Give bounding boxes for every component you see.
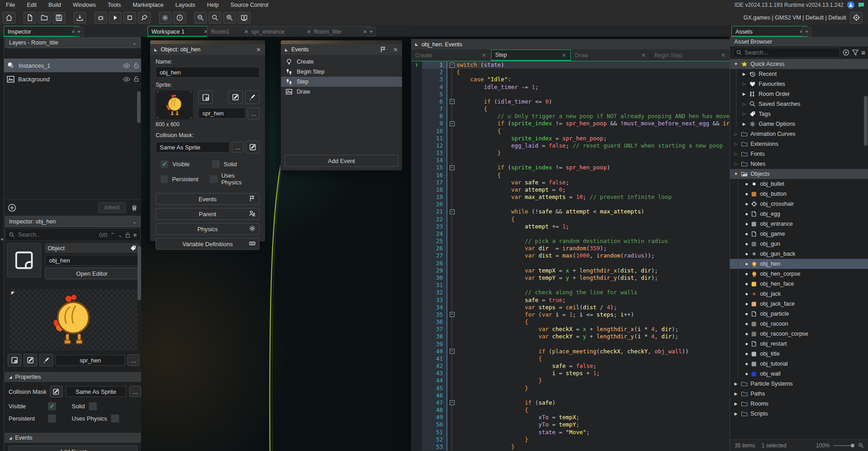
target-manager-icon[interactable]	[850, 12, 863, 24]
properties-section-header[interactable]: ◢ Properties	[5, 372, 142, 382]
asset-folder-extensions[interactable]: ▷Extensions	[730, 139, 868, 149]
code-line-52[interactable]: 52 }	[411, 436, 730, 443]
collapsed-arrow-icon[interactable]: ▷	[734, 132, 738, 136]
code-line-5[interactable]: 5	[411, 91, 730, 98]
collision-mask-ellipsis[interactable]: …	[129, 386, 141, 397]
close-icon[interactable]: ✕	[481, 52, 486, 59]
asset-item-obj_gun_back[interactable]: obj_gun_back	[730, 249, 868, 259]
object-window-checkbox-solid[interactable]	[211, 160, 220, 169]
windows-grid-icon[interactable]	[238, 12, 250, 24]
code-line-11[interactable]: 11 sprite_index = spr_hen_poop;	[411, 135, 730, 142]
unlock-icon[interactable]	[134, 76, 139, 82]
code-line-22[interactable]: 22 {	[411, 216, 730, 223]
inspector-checkbox-solid[interactable]	[88, 402, 97, 411]
collision-mask-dropdown[interactable]: Same As Sprite	[156, 142, 230, 153]
zoom-slider[interactable]	[834, 445, 854, 446]
add-layer-button[interactable]	[8, 203, 16, 212]
layer-row-background[interactable]: Background	[4, 72, 142, 86]
asset-folder-particle-systems[interactable]: ▶Particle Systems	[730, 379, 868, 389]
code-line-15[interactable]: 15− if (sprite_index != spr_hen_poop)	[411, 164, 730, 171]
save-icon[interactable]	[53, 12, 65, 24]
code-window-header[interactable]: ◣ obj_hen: Events	[411, 39, 730, 50]
tab-room1[interactable]: Room1✕	[207, 26, 253, 37]
asset-item-tags[interactable]: ▷Tags	[730, 109, 868, 119]
visibility-eye-icon[interactable]	[123, 77, 130, 82]
unlock-icon[interactable]	[134, 62, 139, 69]
sprite-thumbnail[interactable]: ⌜⌝ ⌞⌟	[156, 90, 193, 119]
open-folder-icon[interactable]	[38, 12, 51, 24]
asset-item-obj_tutorial[interactable]: obj_tutorial	[730, 359, 868, 369]
collision-mask-ellipsis[interactable]: …	[232, 142, 244, 153]
delete-layer-trash-icon[interactable]	[131, 204, 138, 212]
code-line-29[interactable]: 29 var tempX = x + lengthdir_x(dist, dir…	[411, 267, 730, 274]
code-line-41[interactable]: 41 {	[411, 355, 730, 362]
code-line-32[interactable]: 32 // check along the line for walls	[411, 289, 730, 296]
code-tab-begin-step[interactable]: Begin Step✕	[651, 50, 731, 61]
feedback-chat-icon[interactable]	[858, 2, 864, 8]
code-line-51[interactable]: 51 state = "Move";	[411, 429, 730, 436]
flag-icon[interactable]	[380, 46, 386, 53]
code-tab-create[interactable]: Create✕	[411, 50, 491, 61]
code-line-19[interactable]: 19 var max_attempts = 10; // prevent inf…	[411, 193, 730, 201]
code-line-40[interactable]: 40− if (place_meeting(checkX, checkY, ob…	[411, 348, 730, 355]
code-fold-icon[interactable]: −	[450, 312, 455, 317]
asset-item-recent[interactable]: ▶Recent	[730, 69, 868, 79]
code-line-31[interactable]: 31	[411, 282, 730, 289]
clean-broom-icon[interactable]	[138, 12, 151, 24]
edit-image-brush-icon[interactable]	[39, 354, 53, 367]
code-line-17[interactable]: 17 var safe = false;	[411, 179, 730, 186]
object-window-checkbox-uses-physics[interactable]	[209, 175, 217, 183]
gml-code-editor[interactable]: ❯1−switch (state)2{3 case "Idle":4 idle_…	[411, 61, 730, 451]
tab-spr_entrance[interactable]: spr_entrance✕	[247, 26, 315, 37]
menu-windows[interactable]: Windows	[67, 2, 102, 8]
asset-item-obj_bullet[interactable]: obj_bullet	[730, 179, 868, 189]
zoom-in-search-icon[interactable]	[858, 442, 864, 448]
code-line-13[interactable]: 13 }	[411, 149, 730, 157]
code-fold-icon[interactable]: −	[450, 63, 455, 68]
zoom-actual-icon[interactable]	[209, 12, 221, 24]
code-fold-icon[interactable]: −	[450, 165, 455, 170]
gear-icon[interactable]	[159, 12, 172, 24]
collapsed-arrow-icon[interactable]: ▶	[734, 411, 738, 416]
asset-folder-paths[interactable]: ▶Paths	[730, 389, 868, 399]
window-drag-handle[interactable]	[281, 40, 402, 44]
collapsed-arrow-icon[interactable]: ▷	[734, 152, 738, 156]
asset-item-obj_racoon_corpse[interactable]: obj_racoon_corpse	[730, 329, 868, 339]
code-line-28[interactable]: 28	[411, 260, 730, 267]
code-line-3[interactable]: 3 case "Idle":	[411, 76, 730, 83]
close-icon[interactable]: ✕	[256, 46, 261, 53]
code-tab-step[interactable]: Step✕	[491, 50, 571, 61]
tab-room_title[interactable]: Room_title✕	[310, 26, 372, 37]
menu-icon[interactable]: ≡	[861, 49, 865, 56]
code-line-46[interactable]: 46	[411, 392, 730, 399]
lock-icon[interactable]	[125, 232, 130, 238]
collapsed-arrow-icon[interactable]: ▶	[742, 72, 746, 76]
sprite-name-field[interactable]: spr_hen	[198, 108, 245, 119]
collapsed-arrow-icon[interactable]: ▷	[742, 102, 746, 106]
inspector-scrollbar[interactable]	[137, 246, 141, 300]
asset-item-obj_hen_face[interactable]: obj_hen_face	[730, 279, 868, 289]
code-tab-draw[interactable]: Draw✕	[571, 50, 651, 61]
code-line-39[interactable]: 39	[411, 341, 730, 348]
menu-layouts[interactable]: Layouts	[170, 2, 201, 8]
asset-item-obj_game[interactable]: obj_game	[730, 229, 868, 239]
expanded-arrow-icon[interactable]: ▼	[734, 172, 738, 176]
sprite-name-field[interactable]: spr_hen	[55, 355, 125, 366]
code-fold-icon[interactable]: −	[450, 121, 455, 126]
tab-assets[interactable]: Assets✕	[731, 26, 808, 37]
asset-folder-animation-curves[interactable]: ▷Animation Curves	[730, 129, 868, 139]
add-tab-button[interactable]: +	[366, 27, 376, 36]
inspector-checkbox-uses-physics[interactable]	[111, 414, 119, 423]
event-item-begin-step[interactable]: Begin Step	[281, 67, 402, 77]
event-item-create[interactable]: Create	[281, 57, 402, 67]
code-line-45[interactable]: 45 }	[411, 385, 730, 392]
edit-sprite-pencil-icon[interactable]	[228, 90, 243, 104]
collapsed-arrow-icon[interactable]: ▶	[734, 401, 738, 406]
visibility-eye-icon[interactable]	[123, 63, 130, 68]
zoom-in-icon[interactable]	[223, 12, 236, 24]
code-fold-icon[interactable]: −	[450, 209, 455, 214]
home-icon[interactable]	[3, 12, 15, 24]
code-line-49[interactable]: 49 xTo = tempX;	[411, 414, 730, 421]
code-line-34[interactable]: 34 var steps = ceil(dist / 4);	[411, 304, 730, 311]
code-fold-icon[interactable]: −	[450, 99, 455, 104]
